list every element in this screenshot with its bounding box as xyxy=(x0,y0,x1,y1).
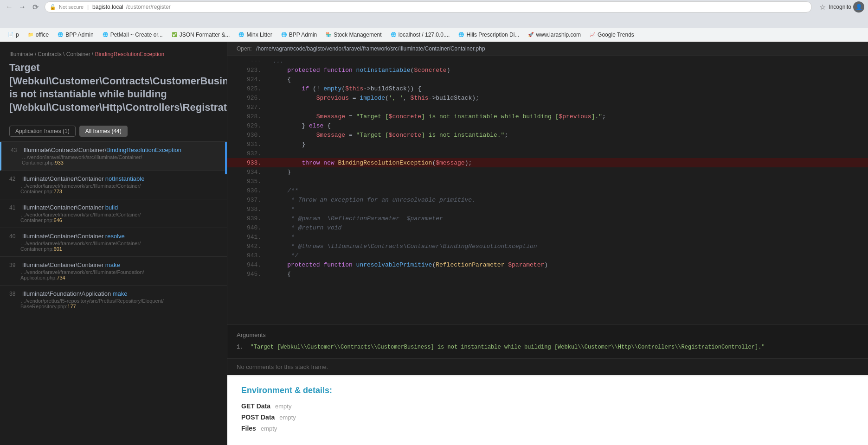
bookmark-p[interactable]: 📄 p xyxy=(4,31,23,39)
address-bar[interactable]: 🔓 Not secure | bagisto.local /customer/r… xyxy=(45,1,812,13)
stack-frame-38[interactable]: 38 Illuminate\Foundation\Application mak… xyxy=(0,286,227,314)
bookmark-trends[interactable]: 📈 Google Trends xyxy=(585,31,638,39)
code-content-924: { xyxy=(268,75,868,84)
env-row-post: POST Data empty xyxy=(241,413,854,421)
incognito-label: Incognito xyxy=(829,4,851,10)
frame-path-38: …/vendor/prettus/l5-repository/src/Prett… xyxy=(9,298,218,309)
reload-button[interactable]: ⟳ xyxy=(30,1,41,13)
get-data-value: empty xyxy=(275,403,291,410)
line-number-945: 945. xyxy=(227,269,268,279)
bookmark-bpp-admin-2[interactable]: 🌐 BPP Admin xyxy=(277,31,321,39)
right-panel: Open: /home/vagrant/code/bagisto/vendor/… xyxy=(227,42,868,445)
back-button[interactable]: ← xyxy=(4,1,15,13)
arguments-title: Arguments xyxy=(237,331,859,338)
frame-class-39: Illuminate\Container\Container make xyxy=(22,261,120,268)
open-label: Open: xyxy=(237,45,252,52)
browser-chrome: ← → ⟳ 🔓 Not secure | bagisto.local /cust… xyxy=(0,0,868,28)
code-panel: Open: /home/vagrant/code/bagisto/vendor/… xyxy=(227,42,868,324)
bookmark-laraship[interactable]: 🚀 www.laraship.com xyxy=(524,31,585,39)
stack-frame-42[interactable]: 42 Illuminate\Container\Container notIns… xyxy=(0,171,227,199)
bookmark-label-json: JSON Formatter &... xyxy=(180,32,230,38)
line-number: --- xyxy=(227,56,268,65)
line-number-930: 930. xyxy=(227,130,268,140)
code-content: ... xyxy=(268,56,868,65)
nav-buttons: ← → ⟳ xyxy=(4,1,41,13)
bookmark-favicon-p: 📄 xyxy=(7,32,14,38)
code-content-937: * Throw an exception for an unresolvable… xyxy=(268,195,868,204)
line-number-934: 934. xyxy=(227,167,268,177)
stack-frame-40[interactable]: 40 Illuminate\Container\Container resolv… xyxy=(0,228,227,257)
frame-path-42: …/vendor/laravel/framework/src/Illuminat… xyxy=(9,183,218,194)
bookmark-label-localhost: localhost / 127.0.0.... xyxy=(399,32,450,38)
frame-path-41: …/vendor/laravel/framework/src/Illuminat… xyxy=(9,212,218,223)
bookmark-label-minx: Minx Litter xyxy=(246,32,272,38)
bookmark-favicon-minx: 🌐 xyxy=(238,32,244,38)
code-content-939: * @param \ReflectionParameter $parameter xyxy=(268,214,868,223)
filter-app-frames[interactable]: Application frames (1) xyxy=(9,126,76,137)
frame-method: BindingResolutionException xyxy=(106,146,181,153)
line-number-939: 939. xyxy=(227,214,268,223)
bookmark-favicon-stock: 🏪 xyxy=(325,32,332,38)
environment-title: Environment & details: xyxy=(241,386,854,395)
bookmark-bpp-admin-1[interactable]: 🌐 BPP Admin xyxy=(53,31,97,39)
code-content-933: throw new BindingResolutionException($me… xyxy=(268,158,868,167)
forward-button[interactable]: → xyxy=(17,1,28,13)
bookmarks-bar: 📄 p 📁 office 🌐 BPP Admin 🌐 PetMall ~ Cre… xyxy=(0,28,868,42)
bookmark-office[interactable]: 📁 office xyxy=(24,31,52,39)
bookmark-petmall[interactable]: 🌐 PetMall ~ Create or... xyxy=(98,31,167,39)
code-line-928: 928. $message = "Target [$concrete] is n… xyxy=(227,112,868,121)
get-data-label: GET Data xyxy=(241,402,270,410)
url-path: /customer/register xyxy=(126,4,171,10)
code-line-932: 932. xyxy=(227,149,868,158)
frame-number: 43 xyxy=(11,147,22,153)
stack-frames[interactable]: 43 Illuminate\Contracts\Container\Bindin… xyxy=(0,142,227,445)
frame-method-42: notInstantiable xyxy=(105,175,145,182)
code-line-929: 929. } else { xyxy=(227,121,868,130)
environment-section: Environment & details: GET Data empty PO… xyxy=(227,375,868,445)
filter-all-frames[interactable]: All frames (44) xyxy=(79,126,128,137)
bookmark-stock[interactable]: 🏪 Stock Management xyxy=(321,31,385,39)
bookmark-star-icon[interactable]: ☆ xyxy=(819,3,826,12)
file-path: Open: /home/vagrant/code/bagisto/vendor/… xyxy=(227,42,868,56)
stack-frame-41[interactable]: 41 Illuminate\Container\Container build … xyxy=(0,199,227,228)
frame-path: …/vendor/laravel/framework/src/Illuminat… xyxy=(11,154,218,165)
code-content-923: protected function notInstantiable($conc… xyxy=(268,65,868,75)
code-content-941: * xyxy=(268,232,868,242)
bookmark-hills[interactable]: 🌐 Hills Prescription Di... xyxy=(454,31,523,39)
line-number-932: 932. xyxy=(227,149,268,158)
line-number-938: 938. xyxy=(227,204,268,214)
no-comments: No comments for this stack frame. xyxy=(227,358,868,375)
code-line-945: 945. { xyxy=(227,269,868,279)
code-content-935 xyxy=(268,177,868,186)
bookmark-label-stock: Stock Management xyxy=(334,32,381,38)
frame-class-38: Illuminate\Foundation\Application make xyxy=(22,290,128,297)
not-secure-label: Not secure xyxy=(59,4,84,10)
bookmark-localhost[interactable]: 🌐 localhost / 127.0.0.... xyxy=(386,31,454,39)
bookmark-minx[interactable]: 🌐 Minx Litter xyxy=(234,31,276,39)
line-number-933: 933. xyxy=(227,158,268,167)
frame-class-41: Illuminate\Container\Container build xyxy=(22,204,118,211)
code-line-930: 930. $message = "Target [$concrete] is n… xyxy=(227,130,868,140)
code-content-928: $message = "Target [$concrete] is not in… xyxy=(268,112,868,121)
bookmark-label-bpp1: BPP Admin xyxy=(65,32,93,38)
code-line-934: 934. } xyxy=(227,167,868,177)
frame-path-39: …/vendor/laravel/framework/src/Illuminat… xyxy=(9,269,218,280)
error-header: Illuminate \ Contracts \ Container \ Bin… xyxy=(0,42,227,121)
bookmark-favicon-hills: 🌐 xyxy=(458,32,464,38)
code-view[interactable]: --- ... 923. protected function notInsta… xyxy=(227,56,868,279)
line-number-923: 923. xyxy=(227,65,268,75)
line-number-927: 927. xyxy=(227,102,268,112)
stack-frame-43[interactable]: 43 Illuminate\Contracts\Container\Bindin… xyxy=(0,142,227,171)
code-line-931: 931. } xyxy=(227,140,868,149)
bookmark-favicon-localhost: 🌐 xyxy=(390,32,397,38)
bookmark-label-laraship: www.laraship.com xyxy=(536,32,581,38)
env-row-files: Files empty xyxy=(241,425,854,432)
line-number-924: 924. xyxy=(227,75,268,84)
stack-frame-39[interactable]: 39 Illuminate\Container\Container make …… xyxy=(0,257,227,286)
code-content-930: $message = "Target [$concrete] is not in… xyxy=(268,130,868,140)
line-number-943: 943. xyxy=(227,251,268,260)
bookmark-json[interactable]: ✅ JSON Formatter &... xyxy=(167,31,234,39)
error-message: Target [Webkul\Customer\Contracts\Custom… xyxy=(9,61,218,114)
line-number-928: 928. xyxy=(227,112,268,121)
line-number-929: 929. xyxy=(227,121,268,130)
